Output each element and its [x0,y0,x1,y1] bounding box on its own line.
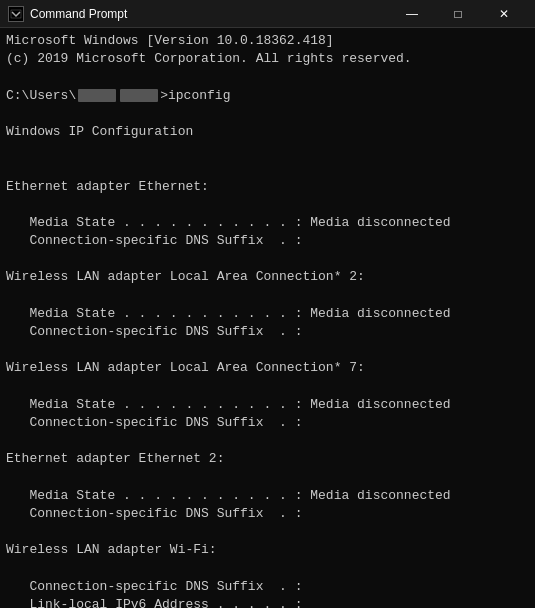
console-line [6,523,529,541]
console-line: Media State . . . . . . . . . . . : Medi… [6,214,529,232]
console-line [6,196,529,214]
console-line: Microsoft Windows [Version 10.0.18362.41… [6,32,529,50]
console-line: C:\Users\ >ipconfig [6,87,529,105]
console-line: Wireless LAN adapter Local Area Connecti… [6,268,529,286]
console-line: Ethernet adapter Ethernet: [6,178,529,196]
console-line: (c) 2019 Microsoft Corporation. All righ… [6,50,529,68]
console-line: Media State . . . . . . . . . . . : Medi… [6,305,529,323]
console-line: Connection-specific DNS Suffix . : [6,414,529,432]
console-line: Connection-specific DNS Suffix . : [6,323,529,341]
console-line [6,250,529,268]
app-icon [8,6,24,22]
maximize-button[interactable]: □ [435,0,481,28]
console-line: Wireless LAN adapter Local Area Connecti… [6,359,529,377]
console-line [6,378,529,396]
console-line [6,432,529,450]
close-button[interactable]: ✕ [481,0,527,28]
console-line: Link-local IPv6 Address . . . . . : [6,596,529,608]
window-title: Command Prompt [30,7,389,21]
console-line [6,287,529,305]
console-line: Connection-specific DNS Suffix . : [6,232,529,250]
console-output: Microsoft Windows [Version 10.0.18362.41… [0,28,535,608]
console-line: Media State . . . . . . . . . . . : Medi… [6,487,529,505]
console-line [6,341,529,359]
console-line [6,469,529,487]
console-line [6,559,529,577]
console-line [6,105,529,123]
console-line: Media State . . . . . . . . . . . : Medi… [6,396,529,414]
window-controls: — □ ✕ [389,0,527,28]
command-prompt-window: Command Prompt — □ ✕ Microsoft Windows [… [0,0,535,608]
console-line: Connection-specific DNS Suffix . : [6,505,529,523]
console-line [6,141,529,159]
console-line [6,68,529,86]
title-bar: Command Prompt — □ ✕ [0,0,535,28]
console-line: Ethernet adapter Ethernet 2: [6,450,529,468]
console-line: Windows IP Configuration [6,123,529,141]
console-line: Connection-specific DNS Suffix . : [6,578,529,596]
console-line: Wireless LAN adapter Wi-Fi: [6,541,529,559]
console-line [6,159,529,177]
minimize-button[interactable]: — [389,0,435,28]
